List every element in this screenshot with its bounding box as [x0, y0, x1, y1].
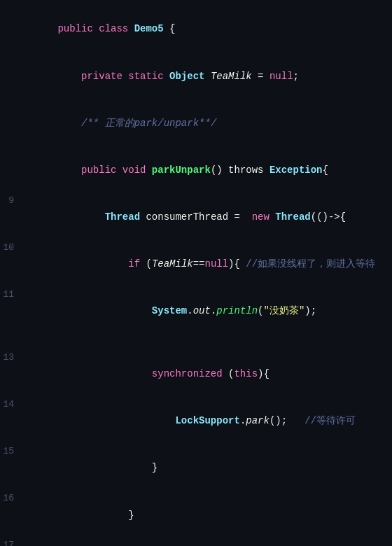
line-content-17: System.out.println("有奶茶了哦"); — [20, 538, 389, 546]
line-num-13: 13 — [0, 351, 20, 365]
line-content-9: Thread consumerThread = new Thread(()->{ — [20, 194, 389, 241]
brace-open: { — [164, 23, 176, 34]
line-10: 10 if (TeaMilk==null){ //如果没线程了，则进入等待 — [0, 241, 392, 288]
line-2: private static Object TeaMilk = null; — [0, 52, 392, 99]
kw-sync: synchronized — [152, 368, 228, 379]
space3 — [246, 211, 251, 223]
line-16: 16 } — [0, 491, 392, 538]
line-num-9: 9 — [0, 194, 20, 209]
line-9: 9 Thread consumerThread = new Thread(()-… — [0, 194, 392, 241]
semi: ; — [293, 71, 299, 82]
space2: consumerThread = — [140, 211, 246, 223]
line-content-1: public class Demo5 { — [20, 6, 389, 52]
indent3 — [57, 258, 128, 270]
system-class: System — [152, 305, 187, 316]
out-field: out — [193, 305, 211, 316]
line-num-10: 10 — [0, 241, 20, 255]
locksupport-class: LockSupport — [175, 415, 239, 426]
park-method: park — [246, 415, 270, 426]
throws-kw: throws — [228, 164, 270, 176]
class-demo5: Demo5 — [134, 23, 164, 34]
line-15: 15 } — [0, 444, 392, 491]
indent3b — [57, 510, 128, 521]
method-parkunpark: parkUnpark — [152, 164, 211, 176]
line-content-15: } — [20, 444, 389, 491]
var-teamilk2: TeaMilk — [152, 258, 193, 270]
indent1 — [57, 71, 81, 82]
line-content-11: System.out.println("没奶茶"); — [20, 288, 389, 335]
kw-null: null — [270, 71, 293, 82]
line-content-10: if (TeaMilk==null){ //如果没线程了，则进入等待 — [20, 241, 389, 288]
line-1: public class Demo5 { — [0, 6, 392, 52]
type-object: Object — [169, 71, 204, 82]
indent4 — [57, 305, 151, 316]
eq: == — [193, 258, 205, 270]
line-content-4: public void parkUnpark() throws Exceptio… — [20, 147, 389, 194]
paren3: ( — [258, 305, 263, 316]
arrow: )->{ — [323, 211, 346, 223]
keyword-class: class — [99, 23, 134, 34]
space — [204, 71, 210, 82]
line-num-11: 11 — [0, 288, 20, 302]
kw-if: if — [128, 258, 146, 270]
kw-public2: public — [81, 164, 122, 176]
indent5 — [57, 415, 175, 426]
lambda-start: (( — [311, 211, 323, 223]
line-num-14: 14 — [0, 398, 20, 412]
str-nomilk: "没奶茶" — [264, 305, 305, 316]
close-sync-brace: } — [152, 462, 158, 473]
keyword-public: public — [57, 23, 99, 34]
sync-brace: ){ — [258, 368, 270, 379]
line-content-2: private static Object TeaMilk = null; — [20, 52, 389, 99]
line-14: 14 LockSupport.park(); //等待许可 — [0, 398, 392, 444]
thread-class2: Thread — [275, 211, 310, 223]
line-11: 11 System.out.println("没奶茶"); — [0, 288, 392, 335]
indent4c — [57, 462, 151, 473]
line-content-13: synchronized (this){ — [20, 351, 389, 398]
line-content-16: } — [20, 491, 389, 538]
paren4: ); — [304, 305, 316, 316]
line-4: public void parkUnpark() throws Exceptio… — [0, 147, 392, 194]
comment-park-unpark: /** 正常的park/unpark**/ — [81, 118, 216, 129]
line-content-14: LockSupport.park(); //等待许可 — [20, 398, 389, 444]
line-content-3: /** 正常的park/unpark**/ — [20, 99, 389, 146]
thread-class: Thread — [105, 211, 140, 223]
parens: () — [211, 164, 228, 176]
kw-void: void — [122, 164, 152, 176]
assign: = — [252, 71, 270, 82]
indent2 — [57, 211, 104, 223]
paren-open: ( — [146, 258, 151, 270]
kw-null2: null — [205, 258, 229, 270]
kw-this: this — [234, 368, 258, 379]
line-3: /** 正常的park/unpark**/ — [0, 99, 392, 146]
kw-private: private — [81, 71, 128, 82]
line-17: 17 System.out.println("有奶茶了哦"); — [0, 538, 392, 546]
indent1b — [57, 118, 81, 129]
println-method: println — [216, 305, 258, 316]
brace-open2: { — [323, 164, 328, 176]
exception-class: Exception — [270, 164, 323, 176]
kw-new: new — [252, 211, 276, 223]
dot1: . — [187, 305, 192, 316]
line-blank1 — [0, 335, 392, 350]
park-parens: (); — [270, 415, 304, 426]
paren-close: ){ — [228, 258, 246, 270]
indent4b — [57, 368, 151, 379]
line-13: 13 synchronized (this){ — [0, 351, 392, 398]
close-if-brace: } — [128, 510, 134, 521]
comment-if: //如果没线程了，则进入等待 — [246, 258, 375, 270]
kw-static: static — [128, 71, 169, 82]
line-num-16: 16 — [0, 491, 20, 506]
indent1c — [57, 164, 81, 176]
line-content-blank1 — [20, 335, 389, 350]
code-editor: public class Demo5 { private static Obje… — [0, 0, 392, 546]
var-teamilk: TeaMilk — [211, 71, 252, 82]
line-num-15: 15 — [0, 444, 20, 459]
line-num-17: 17 — [0, 538, 20, 546]
comment-wait: //等待许可 — [304, 415, 356, 426]
